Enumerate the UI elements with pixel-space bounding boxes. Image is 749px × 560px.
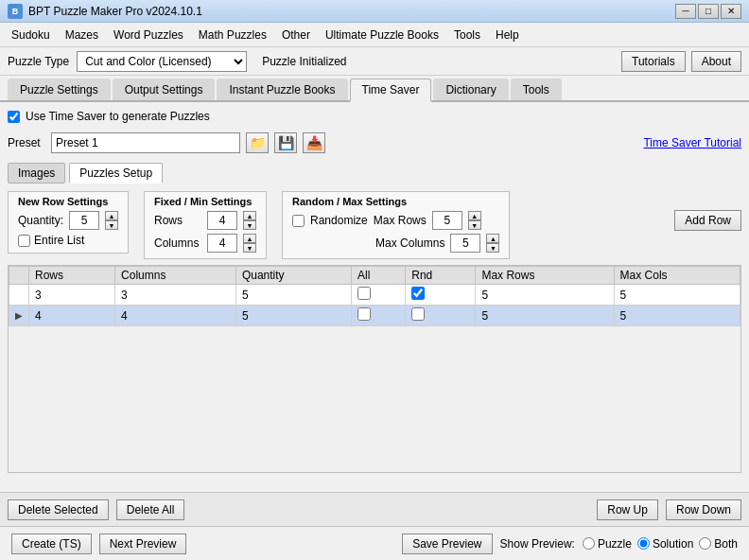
menu-other[interactable]: Other xyxy=(274,26,318,44)
save-icon-button[interactable]: 💾 xyxy=(274,132,297,153)
tab-instant-puzzle[interactable]: Instant Puzzle Books xyxy=(217,79,347,100)
both-radio[interactable] xyxy=(699,537,711,550)
table-row: ▶ 4 4 5 5 5 xyxy=(9,306,740,326)
sub-tab-puzzles-setup[interactable]: Puzzles Setup xyxy=(69,163,163,184)
columns-spinner: ▲ ▼ xyxy=(243,234,256,253)
tab-time-saver[interactable]: Time Saver xyxy=(350,79,432,102)
max-rows-input[interactable] xyxy=(432,211,462,230)
rows-input[interactable] xyxy=(207,211,237,230)
row2-all-check[interactable] xyxy=(357,307,371,321)
row1-rnd xyxy=(406,285,476,306)
delete-all-button[interactable]: Delete All xyxy=(116,499,185,520)
max-cols-input[interactable] xyxy=(450,234,480,253)
max-cols-down[interactable]: ▼ xyxy=(486,243,499,253)
quantity-input[interactable] xyxy=(69,211,99,230)
randomize-row: Randomize Max Rows ▲ ▼ xyxy=(292,211,499,230)
sub-tab-images[interactable]: Images xyxy=(8,163,65,184)
row2-rnd-check[interactable] xyxy=(411,307,425,321)
max-cols-spinner: ▲ ▼ xyxy=(486,234,499,253)
columns-input[interactable] xyxy=(207,234,237,253)
row2-columns: 4 xyxy=(115,306,236,326)
puzzle-radio-text: Puzzle xyxy=(598,537,632,551)
menu-help[interactable]: Help xyxy=(488,26,527,44)
max-cols-up[interactable]: ▲ xyxy=(486,234,499,243)
both-radio-text: Both xyxy=(714,537,738,551)
folder-icon-button[interactable]: 📁 xyxy=(246,132,269,153)
random-max-settings-group: Random / Max Settings Randomize Max Rows… xyxy=(282,191,510,259)
row1-rnd-check[interactable] xyxy=(411,287,425,300)
puzzle-initialized-label: Puzzle Initialized xyxy=(262,55,346,68)
tab-dictionary[interactable]: Dictionary xyxy=(433,79,508,100)
randomize-checkbox[interactable] xyxy=(292,215,305,227)
add-row-area: Add Row xyxy=(674,191,741,235)
max-rows-up[interactable]: ▲ xyxy=(468,211,481,220)
quantity-row: Quantity: ▲ ▼ xyxy=(18,211,118,230)
both-radio-label: Both xyxy=(699,537,738,551)
preset-input[interactable] xyxy=(51,132,240,153)
row-down-button[interactable]: Row Down xyxy=(666,499,741,520)
create-button[interactable]: Create (TS) xyxy=(11,534,92,554)
menu-mazes[interactable]: Mazes xyxy=(58,26,106,44)
col-quantity: Quantity xyxy=(235,267,351,285)
row2-arrow: ▶ xyxy=(9,306,29,326)
max-cols-row: Max Columns ▲ ▼ xyxy=(292,234,499,253)
puzzle-radio[interactable] xyxy=(583,537,595,550)
quantity-up[interactable]: ▲ xyxy=(105,211,118,220)
about-button[interactable]: About xyxy=(691,51,741,72)
rows-label: Rows xyxy=(154,214,201,227)
quantity-label: Quantity: xyxy=(18,214,63,227)
menu-sudoku[interactable]: Sudoku xyxy=(4,26,58,44)
rows-down[interactable]: ▼ xyxy=(243,220,256,230)
tab-puzzle-settings[interactable]: Puzzle Settings xyxy=(8,79,111,100)
toolbar: Puzzle Type Cut and Color (Licensed) Puz… xyxy=(0,47,749,76)
table-header-row: Rows Columns Quantity All Rnd Max Rows M… xyxy=(9,267,740,285)
use-time-saver-checkbox[interactable] xyxy=(8,111,20,123)
tab-tools[interactable]: Tools xyxy=(511,79,562,100)
preset-row: Preset 📁 💾 📥 Time Saver Tutorial xyxy=(8,132,741,153)
tab-output-settings[interactable]: Output Settings xyxy=(113,79,216,100)
menu-word-puzzles[interactable]: Word Puzzles xyxy=(106,26,191,44)
rows-spinner: ▲ ▼ xyxy=(243,211,256,230)
toolbar-right: Tutorials About xyxy=(621,51,741,72)
menu-ultimate[interactable]: Ultimate Puzzle Books xyxy=(318,26,446,44)
app-icon: B xyxy=(8,4,23,19)
row2-quantity: 5 xyxy=(235,306,351,326)
solution-radio[interactable] xyxy=(637,537,650,550)
max-rows-down[interactable]: ▼ xyxy=(468,220,481,230)
table-row: 3 3 5 5 5 xyxy=(9,285,740,306)
menu-math-puzzles[interactable]: Math Puzzles xyxy=(191,26,274,44)
maximize-button[interactable]: □ xyxy=(698,4,719,19)
quantity-spinner: ▲ ▼ xyxy=(105,211,118,230)
row1-all-check[interactable] xyxy=(357,287,371,300)
tutorials-button[interactable]: Tutorials xyxy=(621,51,686,72)
new-row-settings-title: New Row Settings xyxy=(18,196,118,207)
rows-up[interactable]: ▲ xyxy=(243,211,256,220)
settings-row-outer: New Row Settings Quantity: ▲ ▼ Entire Li… xyxy=(8,191,741,259)
add-row-button[interactable]: Add Row xyxy=(674,210,741,231)
entire-list-label: Entire List xyxy=(34,234,84,247)
delete-selected-button[interactable]: Delete Selected xyxy=(8,499,109,520)
save-as-icon-button[interactable]: 📥 xyxy=(303,132,325,153)
row2-max-cols: 5 xyxy=(614,306,740,326)
row-up-button[interactable]: Row Up xyxy=(597,499,658,520)
row1-max-cols: 5 xyxy=(614,285,740,306)
minimize-button[interactable]: ─ xyxy=(675,4,696,19)
row2-rows: 4 xyxy=(29,306,115,326)
max-rows-label: Max Rows xyxy=(374,214,427,227)
row1-columns: 3 xyxy=(115,285,236,306)
quantity-down[interactable]: ▼ xyxy=(105,220,118,230)
columns-up[interactable]: ▲ xyxy=(243,234,256,243)
time-saver-tutorial-link[interactable]: Time Saver Tutorial xyxy=(643,136,741,149)
close-button[interactable]: ✕ xyxy=(721,4,741,19)
next-preview-button[interactable]: Next Preview xyxy=(99,534,187,554)
app-title: BPT Puzzle Maker Pro v2024.10.1 xyxy=(28,5,675,18)
preview-radio-group: Puzzle Solution Both xyxy=(583,537,738,551)
data-table-container: Rows Columns Quantity All Rnd Max Rows M… xyxy=(8,265,741,473)
columns-down[interactable]: ▼ xyxy=(243,243,256,253)
show-preview-label: Show Preview: xyxy=(500,537,575,551)
save-preview-button[interactable]: Save Preview xyxy=(402,534,492,554)
entire-list-checkbox[interactable] xyxy=(18,235,30,247)
menu-bar: Sudoku Mazes Word Puzzles Math Puzzles O… xyxy=(0,23,749,47)
menu-tools[interactable]: Tools xyxy=(446,26,488,44)
puzzle-type-select[interactable]: Cut and Color (Licensed) xyxy=(77,51,247,72)
